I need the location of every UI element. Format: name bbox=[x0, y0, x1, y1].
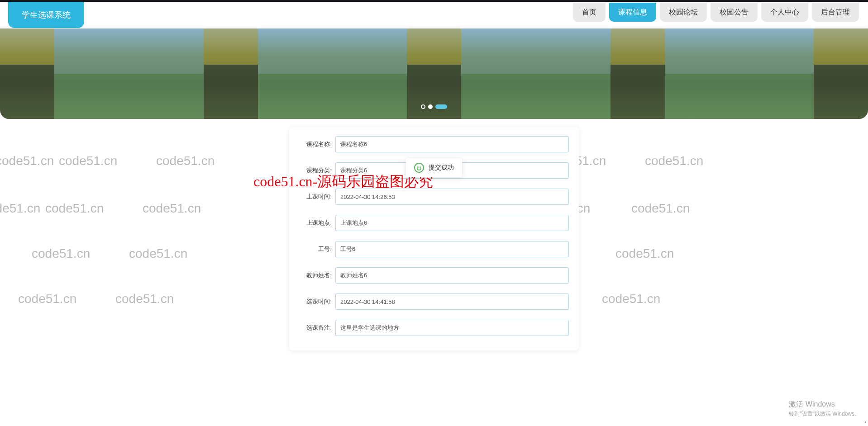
input-remark[interactable] bbox=[335, 320, 569, 336]
label-course-category: 课程分类: bbox=[299, 166, 332, 175]
label-teacher-name: 教师姓名: bbox=[299, 271, 332, 279]
nav-admin[interactable]: 后台管理 bbox=[812, 3, 859, 22]
field-location: 上课地点: bbox=[299, 215, 569, 231]
nav-home[interactable]: 首页 bbox=[573, 3, 606, 22]
watermark: code51.cn bbox=[602, 292, 660, 306]
app-logo[interactable]: 学生选课系统 bbox=[8, 2, 84, 28]
watermark: code51.cn bbox=[615, 246, 674, 261]
nav-announcement[interactable]: 校园公告 bbox=[711, 3, 758, 22]
input-select-time[interactable] bbox=[335, 293, 569, 310]
nav-course-info[interactable]: 课程信息 bbox=[609, 3, 656, 22]
carousel-dot-1[interactable] bbox=[421, 104, 425, 109]
field-staff-id: 工号: bbox=[299, 241, 569, 257]
watermark: code51.cn bbox=[32, 246, 90, 261]
watermark: code51.cn bbox=[129, 246, 187, 261]
activate-windows: 激活 Windows 转到"设置"以激活 Windows。 bbox=[789, 400, 860, 418]
watermark: code51.cn bbox=[156, 154, 215, 168]
label-course-name: 课程名称: bbox=[299, 140, 332, 148]
label-class-time: 上课时间: bbox=[299, 193, 332, 201]
smile-icon bbox=[414, 163, 424, 173]
label-remark: 选课备注: bbox=[299, 324, 332, 332]
input-location[interactable] bbox=[335, 215, 569, 231]
field-select-time: 选课时间: bbox=[299, 293, 569, 310]
field-remark: 选课备注: bbox=[299, 320, 569, 336]
carousel-dot-2[interactable] bbox=[428, 104, 433, 109]
toast-message: 提交成功 bbox=[429, 164, 454, 172]
nav-profile[interactable]: 个人中心 bbox=[761, 3, 808, 22]
watermark: code51.cn bbox=[0, 201, 40, 216]
input-course-name[interactable] bbox=[335, 136, 569, 152]
activate-subtitle: 转到"设置"以激活 Windows。 bbox=[789, 410, 860, 418]
watermark: code51.cn bbox=[143, 201, 201, 216]
watermark: code51.cn bbox=[0, 154, 54, 168]
field-class-time: 上课时间: bbox=[299, 189, 569, 205]
watermark: code51.cn bbox=[115, 292, 174, 306]
resize-grip-icon: ⌟ bbox=[863, 418, 866, 424]
hero-banner bbox=[0, 28, 868, 119]
label-select-time: 选课时间: bbox=[299, 298, 332, 306]
header: 学生选课系统 首页 课程信息 校园论坛 校园公告 个人中心 后台管理 bbox=[0, 0, 868, 28]
watermark: code51.cn bbox=[631, 201, 690, 216]
watermark: code51.cn bbox=[18, 292, 76, 306]
watermark: code51.cn bbox=[45, 201, 104, 216]
field-course-name: 课程名称: bbox=[299, 136, 569, 152]
input-staff-id[interactable] bbox=[335, 241, 569, 257]
toast-success: 提交成功 bbox=[406, 158, 462, 177]
input-teacher-name[interactable] bbox=[335, 267, 569, 284]
label-staff-id: 工号: bbox=[299, 245, 332, 253]
input-class-time[interactable] bbox=[335, 189, 569, 205]
carousel-dots bbox=[421, 104, 447, 109]
watermark: code51.cn bbox=[59, 154, 117, 168]
watermark: code51.cn bbox=[645, 154, 703, 168]
activate-title: 激活 Windows bbox=[789, 400, 860, 409]
field-teacher-name: 教师姓名: bbox=[299, 267, 569, 284]
main-nav: 首页 课程信息 校园论坛 校园公告 个人中心 后台管理 bbox=[573, 2, 868, 22]
nav-forum[interactable]: 校园论坛 bbox=[660, 3, 707, 22]
label-location: 上课地点: bbox=[299, 219, 332, 227]
carousel-dot-3-active[interactable] bbox=[435, 104, 447, 109]
